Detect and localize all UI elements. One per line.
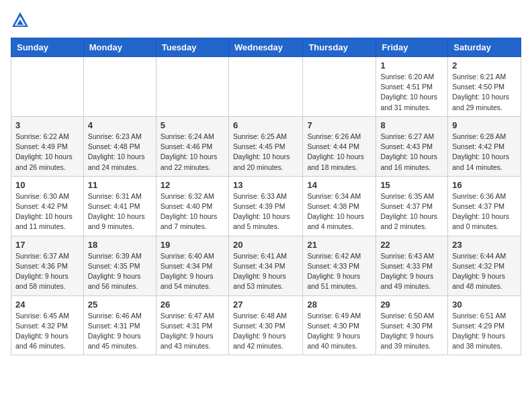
day-info: Sunrise: 6:39 AMSunset: 4:35 PMDaylight:… [88, 251, 152, 292]
calendar-day-cell: 21 Sunrise: 6:42 AMSunset: 4:33 PMDaylig… [303, 236, 376, 295]
day-info: Sunrise: 6:28 AMSunset: 4:42 PMDaylight:… [452, 132, 517, 173]
day-number: 3 [15, 120, 79, 130]
day-info: Sunrise: 6:27 AMSunset: 4:43 PMDaylight:… [380, 132, 443, 173]
day-number: 2 [452, 60, 517, 71]
day-info: Sunrise: 6:49 AMSunset: 4:30 PMDaylight:… [307, 311, 371, 352]
calendar-day-cell: 13 Sunrise: 6:33 AMSunset: 4:39 PMDaylig… [228, 176, 302, 236]
calendar-week-row: 17 Sunrise: 6:37 AMSunset: 4:36 PMDaylig… [11, 236, 521, 295]
day-info: Sunrise: 6:45 AMSunset: 4:32 PMDaylight:… [15, 311, 79, 352]
calendar-day-cell: 6 Sunrise: 6:25 AMSunset: 4:45 PMDayligh… [228, 116, 302, 176]
calendar-week-row: 10 Sunrise: 6:30 AMSunset: 4:42 PMDaylig… [11, 176, 521, 236]
day-number: 8 [380, 120, 443, 130]
calendar-day-cell: 14 Sunrise: 6:34 AMSunset: 4:38 PMDaylig… [303, 176, 376, 236]
calendar-day-cell: 22 Sunrise: 6:43 AMSunset: 4:33 PMDaylig… [376, 236, 448, 295]
day-info: Sunrise: 6:37 AMSunset: 4:36 PMDaylight:… [15, 251, 79, 292]
day-info: Sunrise: 6:34 AMSunset: 4:38 PMDaylight:… [307, 191, 371, 232]
day-number: 7 [307, 120, 371, 130]
day-number: 17 [15, 240, 79, 250]
day-of-week-header: Thursday [303, 38, 376, 57]
calendar-day-cell [83, 57, 156, 117]
day-info: Sunrise: 6:50 AMSunset: 4:30 PMDaylight:… [380, 311, 443, 352]
day-of-week-header: Tuesday [156, 38, 228, 57]
calendar-week-row: 1 Sunrise: 6:20 AMSunset: 4:51 PMDayligh… [11, 57, 521, 117]
day-info: Sunrise: 6:51 AMSunset: 4:29 PMDaylight:… [452, 311, 517, 352]
day-of-week-header: Friday [376, 38, 448, 57]
calendar-day-cell: 20 Sunrise: 6:41 AMSunset: 4:34 PMDaylig… [228, 236, 302, 295]
calendar-day-cell: 5 Sunrise: 6:24 AMSunset: 4:46 PMDayligh… [156, 116, 228, 176]
day-number: 4 [88, 120, 152, 130]
calendar-day-cell: 3 Sunrise: 6:22 AMSunset: 4:49 PMDayligh… [11, 116, 84, 176]
day-info: Sunrise: 6:48 AMSunset: 4:30 PMDaylight:… [233, 311, 298, 352]
day-info: Sunrise: 6:47 AMSunset: 4:31 PMDaylight:… [161, 311, 224, 352]
day-info: Sunrise: 6:24 AMSunset: 4:46 PMDaylight:… [161, 132, 224, 173]
day-number: 14 [307, 180, 371, 190]
calendar-day-cell: 30 Sunrise: 6:51 AMSunset: 4:29 PMDaylig… [448, 295, 521, 355]
day-number: 26 [161, 300, 224, 310]
day-info: Sunrise: 6:33 AMSunset: 4:39 PMDaylight:… [233, 191, 298, 232]
day-info: Sunrise: 6:44 AMSunset: 4:32 PMDaylight:… [452, 251, 517, 292]
logo [11, 11, 32, 30]
calendar-day-cell: 15 Sunrise: 6:35 AMSunset: 4:37 PMDaylig… [376, 176, 448, 236]
day-info: Sunrise: 6:40 AMSunset: 4:34 PMDaylight:… [161, 251, 224, 292]
day-of-week-header: Saturday [448, 38, 521, 57]
calendar-day-cell: 2 Sunrise: 6:21 AMSunset: 4:50 PMDayligh… [448, 57, 521, 117]
day-info: Sunrise: 6:26 AMSunset: 4:44 PMDaylight:… [307, 132, 371, 173]
day-info: Sunrise: 6:21 AMSunset: 4:50 PMDaylight:… [452, 72, 517, 113]
page-header [11, 11, 521, 30]
day-number: 15 [380, 180, 443, 190]
calendar-week-row: 3 Sunrise: 6:22 AMSunset: 4:49 PMDayligh… [11, 116, 521, 176]
calendar-header-row: SundayMondayTuesdayWednesdayThursdayFrid… [11, 38, 521, 57]
day-number: 24 [15, 300, 79, 310]
day-info: Sunrise: 6:42 AMSunset: 4:33 PMDaylight:… [307, 251, 371, 292]
calendar-day-cell: 19 Sunrise: 6:40 AMSunset: 4:34 PMDaylig… [156, 236, 228, 295]
day-number: 16 [452, 180, 517, 190]
day-number: 12 [161, 180, 224, 190]
day-number: 1 [380, 60, 443, 71]
day-of-week-header: Monday [83, 38, 156, 57]
day-number: 30 [452, 300, 517, 310]
day-info: Sunrise: 6:35 AMSunset: 4:37 PMDaylight:… [380, 191, 443, 232]
day-number: 25 [88, 300, 152, 310]
day-info: Sunrise: 6:41 AMSunset: 4:34 PMDaylight:… [233, 251, 298, 292]
day-number: 19 [161, 240, 224, 250]
calendar-day-cell: 27 Sunrise: 6:48 AMSunset: 4:30 PMDaylig… [228, 295, 302, 355]
day-number: 9 [452, 120, 517, 130]
day-info: Sunrise: 6:22 AMSunset: 4:49 PMDaylight:… [15, 132, 79, 173]
day-number: 29 [380, 300, 443, 310]
day-info: Sunrise: 6:25 AMSunset: 4:45 PMDaylight:… [233, 132, 298, 173]
day-info: Sunrise: 6:20 AMSunset: 4:51 PMDaylight:… [380, 72, 443, 113]
calendar-day-cell: 18 Sunrise: 6:39 AMSunset: 4:35 PMDaylig… [83, 236, 156, 295]
day-number: 23 [452, 240, 517, 250]
day-number: 22 [380, 240, 443, 250]
calendar-day-cell: 8 Sunrise: 6:27 AMSunset: 4:43 PMDayligh… [376, 116, 448, 176]
day-info: Sunrise: 6:32 AMSunset: 4:40 PMDaylight:… [161, 191, 224, 232]
day-number: 20 [233, 240, 298, 250]
calendar-day-cell: 24 Sunrise: 6:45 AMSunset: 4:32 PMDaylig… [11, 295, 84, 355]
calendar-day-cell: 28 Sunrise: 6:49 AMSunset: 4:30 PMDaylig… [303, 295, 376, 355]
day-number: 21 [307, 240, 371, 250]
day-number: 28 [307, 300, 371, 310]
calendar-day-cell: 1 Sunrise: 6:20 AMSunset: 4:51 PMDayligh… [376, 57, 448, 117]
calendar-day-cell: 12 Sunrise: 6:32 AMSunset: 4:40 PMDaylig… [156, 176, 228, 236]
day-number: 13 [233, 180, 298, 190]
calendar-day-cell: 10 Sunrise: 6:30 AMSunset: 4:42 PMDaylig… [11, 176, 84, 236]
logo-icon [11, 11, 30, 30]
calendar-day-cell [303, 57, 376, 117]
day-info: Sunrise: 6:31 AMSunset: 4:41 PMDaylight:… [88, 191, 152, 232]
calendar-day-cell [11, 57, 84, 117]
calendar-day-cell: 26 Sunrise: 6:47 AMSunset: 4:31 PMDaylig… [156, 295, 228, 355]
day-number: 11 [88, 180, 152, 190]
day-number: 6 [233, 120, 298, 130]
calendar-day-cell: 29 Sunrise: 6:50 AMSunset: 4:30 PMDaylig… [376, 295, 448, 355]
day-info: Sunrise: 6:23 AMSunset: 4:48 PMDaylight:… [88, 132, 152, 173]
calendar-day-cell: 25 Sunrise: 6:46 AMSunset: 4:31 PMDaylig… [83, 295, 156, 355]
calendar-day-cell [156, 57, 228, 117]
calendar-day-cell [228, 57, 302, 117]
day-number: 27 [233, 300, 298, 310]
day-info: Sunrise: 6:43 AMSunset: 4:33 PMDaylight:… [380, 251, 443, 292]
calendar-day-cell: 7 Sunrise: 6:26 AMSunset: 4:44 PMDayligh… [303, 116, 376, 176]
calendar: SundayMondayTuesdayWednesdayThursdayFrid… [11, 38, 521, 355]
calendar-day-cell: 23 Sunrise: 6:44 AMSunset: 4:32 PMDaylig… [448, 236, 521, 295]
calendar-day-cell: 4 Sunrise: 6:23 AMSunset: 4:48 PMDayligh… [83, 116, 156, 176]
day-info: Sunrise: 6:46 AMSunset: 4:31 PMDaylight:… [88, 311, 152, 352]
